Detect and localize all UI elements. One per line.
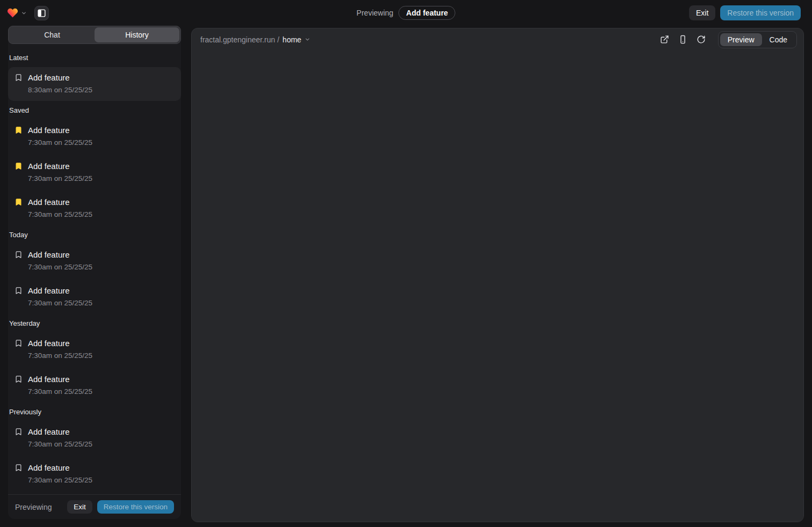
version-timestamp: 7:30am on 25/25/25 [28,209,92,220]
preview-pane: fractal.gptengineer.run / home [191,28,804,522]
chat-history-tabs: Chat History [8,26,181,44]
version-item[interactable]: Add feature 7:30am on 25/25/25 [8,192,181,225]
version-title: Add feature [28,338,92,349]
version-title: Add feature [28,374,92,385]
section-title: Yesterday [9,319,181,327]
version-timestamp: 7:30am on 25/25/25 [28,137,92,148]
history-list: Latest Add feature 8:30am on 25/25/25 Sa… [8,44,181,494]
bookmark-outline-icon [15,74,23,82]
url-breadcrumb[interactable]: fractal.gptengineer.run / home [200,35,310,44]
version-timestamp: 8:30am on 25/25/25 [28,85,92,96]
version-item[interactable]: Add feature 7:30am on 25/25/25 [8,457,181,491]
version-timestamp: 7:30am on 25/25/25 [28,298,92,309]
bookmark-outline-icon [15,428,23,436]
history-section: Today Add feature 7:30am on 25/25/25 Add… [8,231,181,314]
version-title: Add feature [28,426,92,437]
bookmark-filled-icon [15,198,23,206]
mobile-view-button[interactable] [675,32,691,48]
sidebar-footer: Previewing Exit Restore this version [8,494,181,519]
chevron-down-icon [305,36,310,42]
external-link-icon [660,35,669,44]
history-sidebar: Chat History Latest Add feature 8:30am o… [8,26,181,519]
version-timestamp: 7:30am on 25/25/25 [28,439,92,450]
version-name-badge[interactable]: Add feature [398,6,455,20]
breadcrumb-host: fractal.gptengineer.run / [200,35,279,44]
heart-logo-icon [6,7,19,19]
bookmark-outline-icon [15,339,23,347]
history-section: Saved Add feature 7:30am on 25/25/25 Add… [8,106,181,225]
version-timestamp: 7:30am on 25/25/25 [28,262,92,273]
version-item[interactable]: Add feature 7:30am on 25/25/25 [8,333,181,367]
version-title: Add feature [28,160,92,172]
bookmark-outline-icon [15,464,23,472]
panel-left-icon [37,9,46,18]
previewing-status-label: Previewing [357,9,393,17]
version-item[interactable]: Add feature 7:30am on 25/25/25 [8,156,181,189]
bookmark-outline-icon [15,287,23,295]
version-item[interactable]: Add feature 7:30am on 25/25/25 [8,280,181,314]
version-timestamp: 7:30am on 25/25/25 [28,350,92,361]
version-item[interactable]: Add feature 7:30am on 25/25/25 [8,421,181,455]
bookmark-outline-icon [15,375,23,383]
section-title: Saved [9,106,181,114]
history-section: Yesterday Add feature 7:30am on 25/25/25… [8,319,181,402]
version-item[interactable]: Add feature 7:30am on 25/25/25 [8,120,181,153]
version-title: Add feature [28,249,92,260]
preview-viewport[interactable] [192,50,803,522]
version-item[interactable]: Add feature 8:30am on 25/25/25 [8,67,181,101]
version-timestamp: 7:30am on 25/25/25 [28,173,92,184]
refresh-icon [697,35,706,44]
version-title: Add feature [28,462,92,473]
refresh-button[interactable] [693,32,709,48]
open-in-new-tab-button[interactable] [657,32,673,48]
history-section: Previously Add feature 7:30am on 25/25/2… [8,408,181,491]
chevron-down-icon [21,10,27,16]
version-item[interactable]: Add feature 7:30am on 25/25/25 [8,369,181,402]
preview-pane-header: fractal.gptengineer.run / home [192,28,803,50]
version-title: Add feature [28,72,92,83]
version-title: Add feature [28,285,92,296]
exit-button[interactable]: Exit [689,5,715,20]
restore-version-button[interactable]: Restore this version [720,5,801,20]
tab-code[interactable]: Code [762,33,795,46]
breadcrumb-page: home [282,35,301,44]
tab-preview[interactable]: Preview [720,33,762,46]
sidebar-toggle-button[interactable] [34,6,49,20]
footer-exit-button[interactable]: Exit [67,500,92,514]
app-logo-menu[interactable] [6,7,27,19]
footer-restore-version-button[interactable]: Restore this version [97,500,174,514]
version-timestamp: 7:30am on 25/25/25 [28,475,92,486]
section-title: Today [9,231,181,239]
section-title: Previously [9,408,181,416]
footer-previewing-label: Previewing [15,503,52,511]
version-item[interactable]: Add feature 7:30am on 25/25/25 [8,244,181,278]
version-title: Add feature [28,125,92,136]
tab-history[interactable]: History [95,27,179,42]
bookmark-filled-icon [15,162,23,170]
top-bar: Previewing Add feature Exit Restore this… [0,0,812,26]
version-timestamp: 7:30am on 25/25/25 [28,386,92,397]
bookmark-filled-icon [15,126,23,134]
version-title: Add feature [28,196,92,208]
preview-code-tabs: Preview Code [718,31,797,48]
history-section: Latest Add feature 8:30am on 25/25/25 [8,54,181,101]
bookmark-outline-icon [15,251,23,259]
smartphone-icon [678,35,687,44]
section-title: Latest [9,54,181,62]
tab-chat[interactable]: Chat [10,27,95,42]
